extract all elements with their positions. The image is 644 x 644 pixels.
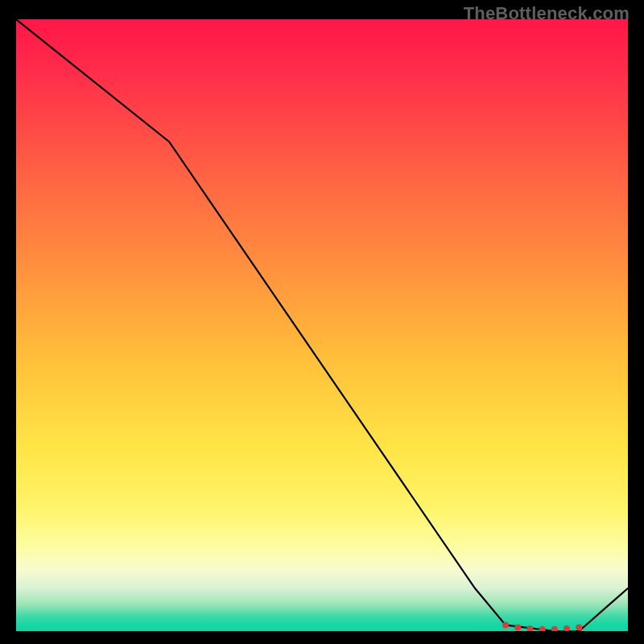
optimal-dot bbox=[514, 624, 521, 630]
bottleneck-curve bbox=[16, 19, 628, 631]
optimal-dot bbox=[564, 625, 570, 631]
optimal-dot bbox=[539, 626, 546, 631]
optimal-dot bbox=[551, 626, 558, 631]
plot-area bbox=[16, 19, 628, 631]
optimal-dot bbox=[526, 625, 533, 631]
curve-line bbox=[16, 19, 628, 631]
optimal-dot bbox=[502, 621, 509, 628]
optimal-dot bbox=[576, 624, 582, 630]
chart-frame: TheBottleneck.com bbox=[0, 0, 644, 644]
